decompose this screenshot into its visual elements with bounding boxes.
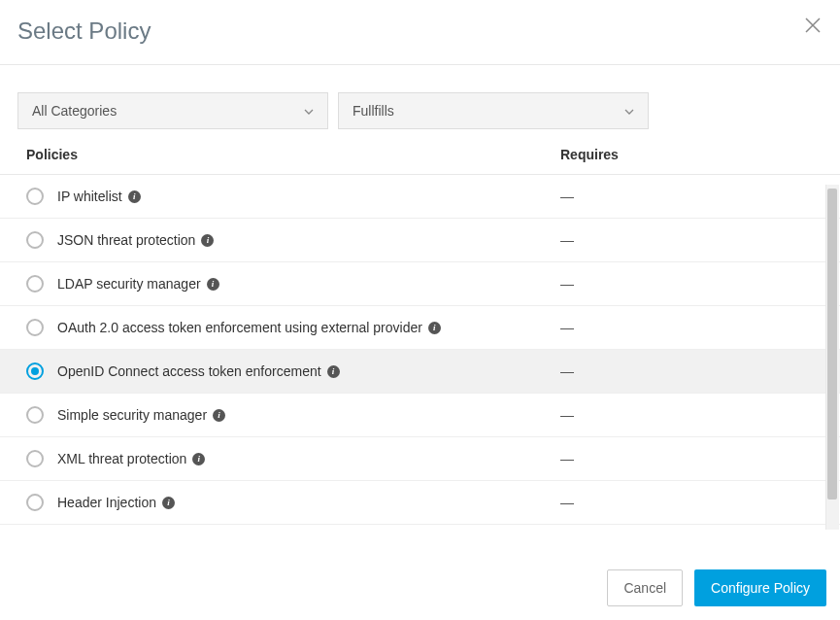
- column-header-requires: Requires: [560, 147, 823, 162]
- policy-row[interactable]: JSON threat protectioni—: [0, 219, 840, 262]
- info-icon[interactable]: i: [327, 365, 340, 378]
- requires-cell: —: [560, 276, 823, 292]
- radio-button[interactable]: [26, 406, 44, 424]
- policy-name: Header Injectioni: [57, 495, 560, 510]
- requires-cell: —: [560, 495, 823, 510]
- policy-row[interactable]: Simple security manageri—: [0, 394, 840, 437]
- requires-cell: —: [560, 320, 823, 335]
- fulfills-select-value: Fullfills: [353, 103, 394, 119]
- fulfills-select[interactable]: Fullfills: [338, 92, 649, 129]
- info-icon[interactable]: i: [207, 278, 219, 291]
- policy-name-label: JSON threat protection: [57, 232, 195, 248]
- close-icon[interactable]: [805, 17, 821, 36]
- info-icon[interactable]: i: [428, 322, 441, 334]
- radio-button[interactable]: [26, 275, 44, 293]
- info-icon[interactable]: i: [128, 190, 141, 203]
- requires-cell: —: [560, 363, 823, 379]
- info-icon[interactable]: i: [201, 234, 214, 247]
- radio-button[interactable]: [26, 362, 44, 380]
- policy-name-label: LDAP security manager: [57, 276, 201, 292]
- category-select-value: All Categories: [32, 103, 117, 119]
- requires-cell: —: [560, 189, 823, 204]
- radio-button[interactable]: [26, 494, 44, 511]
- policy-name: JSON threat protectioni: [57, 232, 560, 248]
- policy-name-label: Header Injection: [57, 495, 156, 510]
- requires-cell: —: [560, 407, 823, 423]
- radio-button[interactable]: [26, 319, 44, 336]
- filters-row: All Categories Fullfills: [0, 65, 840, 147]
- policy-name: OAuth 2.0 access token enforcement using…: [57, 320, 560, 335]
- chevron-down-icon: [304, 104, 314, 118]
- policy-name: OpenID Connect access token enforcementi: [57, 363, 560, 379]
- policy-row[interactable]: OAuth 2.0 access token enforcement using…: [0, 306, 840, 350]
- column-header-policies: Policies: [26, 147, 560, 162]
- requires-cell: —: [560, 451, 823, 466]
- policy-row[interactable]: Header Injectioni—: [0, 481, 840, 525]
- policy-name-label: OAuth 2.0 access token enforcement using…: [57, 320, 422, 335]
- table-header: Policies Requires: [0, 147, 840, 175]
- cancel-button[interactable]: Cancel: [607, 569, 683, 606]
- scrollbar-thumb[interactable]: [827, 189, 837, 499]
- radio-button[interactable]: [26, 188, 44, 205]
- radio-button[interactable]: [26, 231, 44, 249]
- configure-policy-button[interactable]: Configure Policy: [694, 569, 826, 606]
- modal-header: Select Policy: [0, 0, 840, 65]
- policy-row[interactable]: IP whitelisti—: [0, 175, 840, 219]
- policy-row[interactable]: OpenID Connect access token enforcementi…: [0, 350, 840, 394]
- policy-name: Simple security manageri: [57, 407, 560, 423]
- policy-row[interactable]: LDAP security manageri—: [0, 262, 840, 306]
- category-select[interactable]: All Categories: [17, 92, 328, 129]
- policy-name: LDAP security manageri: [57, 276, 560, 292]
- info-icon[interactable]: i: [192, 453, 205, 465]
- modal-footer: Cancel Configure Policy: [607, 569, 826, 606]
- policy-name-label: IP whitelist: [57, 189, 122, 204]
- policy-name: XML threat protectioni: [57, 451, 560, 466]
- requires-cell: —: [560, 232, 823, 248]
- policy-name-label: OpenID Connect access token enforcement: [57, 363, 321, 379]
- info-icon[interactable]: i: [213, 409, 225, 422]
- policy-name-label: Simple security manager: [57, 407, 207, 423]
- chevron-down-icon: [624, 104, 634, 118]
- info-icon[interactable]: i: [162, 497, 175, 509]
- policy-table: IP whitelisti—JSON threat protectioni—LD…: [0, 175, 840, 525]
- policy-name: IP whitelisti: [57, 189, 560, 204]
- policy-name-label: XML threat protection: [57, 451, 186, 466]
- policy-row[interactable]: XML threat protectioni—: [0, 437, 840, 481]
- scrollbar-track[interactable]: [825, 185, 839, 530]
- radio-button[interactable]: [26, 450, 44, 467]
- modal-title: Select Policy: [17, 17, 151, 45]
